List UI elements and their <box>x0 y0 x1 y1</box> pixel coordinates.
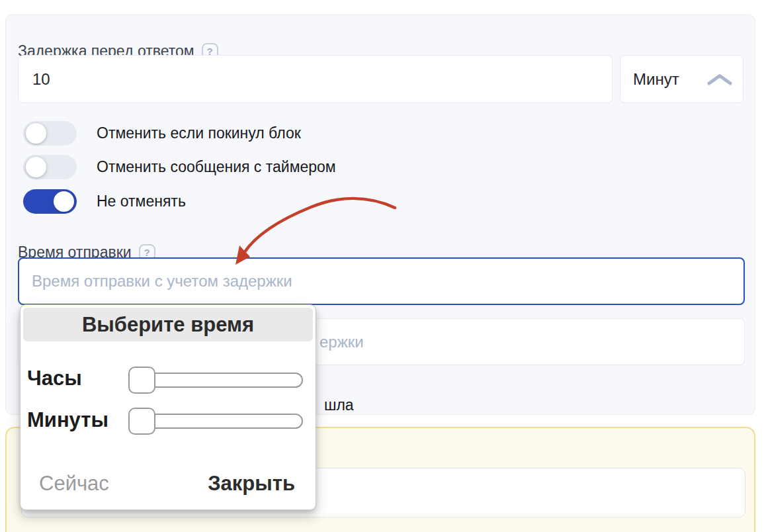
toggle-knob <box>26 157 46 177</box>
hours-slider <box>128 367 307 394</box>
toggle-cancel-timer-messages[interactable] <box>23 155 77 179</box>
second-time-placeholder-fragment: ержки <box>319 333 364 351</box>
toggle-knob <box>54 191 74 212</box>
send-time-input[interactable] <box>19 259 744 304</box>
now-button[interactable]: Сейчас <box>39 472 109 496</box>
settings-screen: Задержка перед ответом ? Минут Отменить … <box>0 0 766 532</box>
minutes-slider-thumb[interactable] <box>128 408 155 435</box>
time-picker-popup: Выберите время Часы Минуты Сейчас Закрыт… <box>20 304 316 510</box>
time-picker-title: Выберите время <box>23 308 313 341</box>
cancel-option-row: Отменить сообщения с таймером <box>23 155 336 179</box>
minutes-slider <box>128 408 307 435</box>
hours-slider-thumb[interactable] <box>128 367 155 394</box>
hours-slider-track[interactable] <box>132 373 303 388</box>
clipped-option-label-fragment: шла <box>324 396 354 414</box>
cancel-option-row: Не отменять <box>23 189 186 214</box>
toggle-label: Не отменять <box>97 193 186 210</box>
delay-value-input[interactable] <box>19 56 612 103</box>
hours-slider-label: Часы <box>27 367 82 390</box>
minutes-slider-label: Минуты <box>27 408 108 432</box>
minutes-slider-track[interactable] <box>132 414 303 429</box>
send-time-field-wrap <box>18 257 745 305</box>
unit-select[interactable]: Минут <box>620 55 744 103</box>
delay-value-field-wrap <box>18 55 613 103</box>
toggle-cancel-if-left-block[interactable] <box>23 121 77 146</box>
cancel-option-row: Отменить если покинул блок <box>23 121 301 146</box>
toggle-knob <box>26 123 46 144</box>
unit-select-value: Минут <box>633 70 679 89</box>
toggle-label: Отменить сообщения с таймером <box>97 158 336 176</box>
toggle-do-not-cancel[interactable] <box>23 189 77 214</box>
toggle-label: Отменить если покинул блок <box>97 124 301 142</box>
chevron-up-icon <box>706 73 733 86</box>
close-button[interactable]: Закрыть <box>208 472 295 496</box>
